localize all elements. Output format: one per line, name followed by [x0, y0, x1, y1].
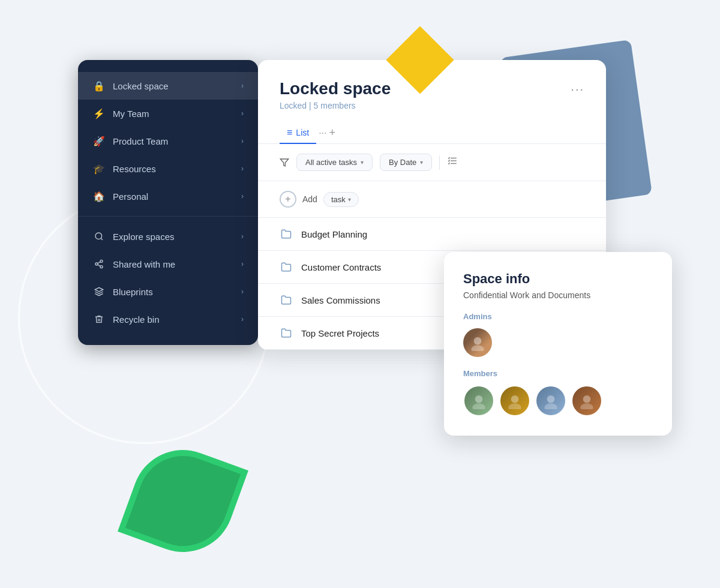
add-button[interactable]: +	[280, 191, 296, 208]
members-row	[463, 385, 653, 416]
chevron-down-icon: ▾	[348, 196, 351, 203]
sidebar-divider	[78, 216, 258, 217]
space-info-panel: Space info Confidential Work and Documen…	[444, 252, 672, 436]
sidebar-item-resources-label: Resources	[113, 164, 156, 174]
sidebar-item-explore-spaces-label: Explore spaces	[113, 232, 175, 242]
filter-icon	[280, 158, 289, 167]
svg-point-12	[474, 337, 482, 345]
folder-icon	[280, 293, 293, 307]
by-date-filter[interactable]: By Date ▾	[380, 154, 432, 171]
add-label: Add	[302, 194, 317, 204]
chevron-icon: ›	[241, 232, 244, 241]
svg-point-18	[547, 395, 555, 403]
task-lines-icon[interactable]	[447, 155, 458, 169]
filter-row: All active tasks ▾ By Date ▾	[258, 144, 606, 181]
tab-add-button[interactable]: +	[329, 127, 335, 139]
svg-point-0	[95, 233, 102, 239]
space-info-description: Confidential Work and Documents	[463, 290, 653, 300]
space-info-title: Space info	[463, 271, 653, 287]
sidebar-item-locked-space[interactable]: 🔒 Locked space ›	[78, 72, 258, 100]
svg-line-6	[98, 262, 101, 263]
active-tasks-filter[interactable]: All active tasks ▾	[296, 154, 373, 171]
svg-point-16	[511, 395, 519, 403]
folder-item-budget-planning[interactable]: Budget Planning	[258, 218, 606, 251]
folder-icon	[280, 260, 293, 274]
tab-more-dots[interactable]: ···	[319, 128, 326, 139]
lock-icon: 🔒	[92, 79, 106, 92]
sidebar: 🔒 Locked space › ⚡ My Team › 🚀 Product T…	[78, 60, 258, 345]
svg-line-5	[98, 265, 101, 266]
folder-icon	[280, 227, 293, 241]
svg-point-21	[581, 403, 593, 409]
decorative-green-leaf	[118, 436, 248, 566]
admin-avatar	[463, 328, 492, 357]
share-icon	[92, 257, 106, 271]
mortarboard-icon: 🎓	[92, 162, 106, 175]
member-avatar-2	[499, 385, 530, 416]
panel-tabs: ≡ List ··· +	[258, 110, 606, 144]
sidebar-item-recycle-bin[interactable]: Recycle bin ›	[78, 305, 258, 333]
folder-icon	[280, 326, 293, 340]
folder-label-top-secret-projects: Top Secret Projects	[301, 328, 379, 338]
svg-point-13	[472, 345, 484, 351]
chevron-icon: ›	[241, 315, 244, 323]
svg-line-1	[101, 238, 103, 240]
svg-point-17	[509, 403, 521, 409]
sidebar-item-product-team[interactable]: 🚀 Product Team ›	[78, 127, 258, 155]
more-options-button[interactable]: ···	[571, 82, 584, 96]
filter-divider	[439, 155, 440, 170]
active-tasks-label: All active tasks	[305, 158, 357, 167]
svg-point-20	[583, 395, 591, 403]
sidebar-item-blueprints[interactable]: Blueprints ›	[78, 278, 258, 305]
rocket-icon: 🚀	[92, 134, 106, 148]
task-type-dropdown[interactable]: task ▾	[323, 192, 359, 207]
chevron-icon: ›	[241, 260, 244, 268]
sidebar-item-blueprints-label: Blueprints	[113, 287, 153, 297]
panel-title: Locked space	[280, 79, 391, 98]
sidebar-item-personal[interactable]: 🏠 Personal ›	[78, 182, 258, 210]
tab-list[interactable]: ≡ List	[280, 122, 316, 144]
task-type-label: task	[331, 195, 346, 204]
svg-point-15	[473, 403, 485, 409]
chevron-icon: ›	[241, 82, 244, 90]
sidebar-item-personal-label: Personal	[113, 191, 148, 202]
chevron-icon: ›	[241, 164, 244, 173]
sidebar-item-shared-with-me-label: Shared with me	[113, 259, 175, 269]
sidebar-item-shared-with-me[interactable]: Shared with me ›	[78, 250, 258, 278]
sidebar-item-my-team[interactable]: ⚡ My Team ›	[78, 100, 258, 127]
by-date-label: By Date	[389, 158, 416, 167]
chevron-icon: ›	[241, 192, 244, 200]
bolt-icon: ⚡	[92, 107, 106, 120]
svg-point-19	[545, 403, 557, 409]
sidebar-item-product-team-label: Product Team	[113, 136, 168, 146]
dropdown-arrow: ▾	[420, 159, 423, 166]
sidebar-item-explore-spaces[interactable]: Explore spaces ›	[78, 223, 258, 250]
member-avatar-3	[535, 385, 566, 416]
layers-icon	[92, 285, 106, 298]
sidebar-item-locked-space-label: Locked space	[113, 81, 169, 91]
members-label: Members	[463, 369, 653, 378]
panel-subtitle: Locked | 5 members	[280, 101, 584, 110]
svg-marker-8	[280, 159, 288, 166]
home-icon: 🏠	[92, 190, 106, 203]
member-avatar-4	[571, 385, 602, 416]
add-task-row: + Add task ▾	[258, 181, 606, 218]
svg-marker-7	[95, 287, 103, 292]
trash-icon	[92, 313, 106, 326]
svg-point-2	[100, 260, 103, 262]
dropdown-arrow: ▾	[361, 159, 364, 166]
svg-point-4	[100, 266, 103, 268]
list-icon: ≡	[287, 127, 292, 138]
chevron-icon: ›	[241, 287, 244, 296]
tab-list-label: List	[296, 128, 309, 137]
sidebar-item-my-team-label: My Team	[113, 109, 149, 119]
chevron-icon: ›	[241, 137, 244, 145]
folder-label-customer-contracts: Customer Contracts	[301, 262, 381, 272]
sidebar-item-resources[interactable]: 🎓 Resources ›	[78, 155, 258, 182]
search-icon	[92, 230, 106, 243]
svg-point-3	[95, 263, 98, 265]
folder-label-budget-planning: Budget Planning	[301, 229, 367, 239]
svg-point-14	[475, 395, 483, 403]
admins-label: Admins	[463, 312, 653, 321]
folder-label-sales-commissions: Sales Commissions	[301, 295, 380, 305]
